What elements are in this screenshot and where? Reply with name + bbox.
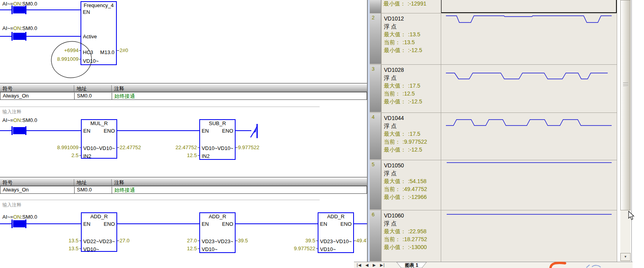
orange-marker-annotation	[549, 261, 573, 268]
pin-in1-out: VD10~VD10~	[83, 145, 115, 151]
trend-row-info[interactable]: VD1028 浮点 最大值：:17.5 当前：:12.5 最小值：:-12.5	[381, 64, 441, 112]
tick	[117, 147, 119, 148]
sub-r-block[interactable]: SUB_R EN ENO VD10~VD10~ IN2	[199, 119, 236, 160]
pin-in1-out: VD10~VD10~	[202, 145, 233, 151]
wire	[26, 130, 81, 131]
operand-value: 13.5	[47, 246, 79, 251]
contact-energized-fill[interactable]	[13, 127, 25, 134]
operand-value: 49.47752	[356, 238, 367, 244]
tick	[198, 155, 199, 156]
trend-row-number[interactable]: 2	[370, 13, 381, 64]
contact-energized-fill[interactable]	[13, 220, 25, 227]
pin-in2: VD10~	[202, 246, 217, 252]
add-r-block-1[interactable]: ADD_R EN ENO VD22~VD23~ VD10~	[81, 212, 117, 252]
contact-bar	[11, 219, 13, 228]
contact-bar	[11, 6, 13, 14]
hand-drawn-circle-annotation	[51, 40, 95, 80]
trend-row-info[interactable]: VD1060 浮点 最大值：:22.958 当前：:18.27752 最小值：:…	[381, 210, 441, 261]
trend-current-line: 当前：:18.27752	[384, 236, 427, 243]
add-r-block-3[interactable]: ADD_R EN ENO VD23~VD10~ VD10~	[318, 212, 354, 253]
trend-current-line: 当前：:13.5	[384, 39, 415, 46]
pin-en: EN	[83, 9, 90, 15]
tick	[79, 155, 81, 156]
wire	[117, 223, 199, 224]
next-tab-button[interactable]: ▶	[373, 263, 376, 267]
wire	[236, 223, 318, 224]
pin-eno: ENO	[341, 221, 352, 227]
trend-row-info[interactable]: VD1012 浮点 最大值：:13.5 当前：:13.5 最小值：:-12.5	[381, 13, 441, 64]
input-comment-label: 输入注释	[2, 202, 21, 208]
operand-value: 13.5	[47, 238, 79, 244]
block-title: Frequency_4	[81, 2, 116, 8]
trend-chart-panel: 最小值：:-12991 2 VD1012 浮点 最大值：:13.5 当前：:13…	[370, 0, 633, 268]
scrollbar-grip-icon	[623, 82, 628, 83]
wire	[354, 223, 367, 224]
contact-energized-fill[interactable]	[13, 33, 25, 40]
trend-variable-name: VD1044	[384, 115, 404, 121]
grid-line	[370, 13, 617, 13]
trend-current-line: 当前：:49.47752	[384, 186, 427, 193]
trend-variable-type: 浮点	[384, 170, 398, 177]
block-title: MUL_R	[82, 120, 116, 126]
trend-row-min-line: 最小值：:-12991	[384, 0, 426, 7]
trend-current-line: 当前：:9.977522	[384, 139, 427, 146]
trend-row-info[interactable]: VD1050 浮点 最大值：:54.158 当前：:49.47752 最小值：:…	[381, 160, 441, 210]
trend-max-line: 最大值：:13.5	[384, 31, 420, 38]
trend-current-line: 当前：:12.5	[384, 90, 415, 97]
trend-variable-type: 浮点	[384, 123, 398, 130]
tick	[198, 147, 199, 148]
operand-value: 27.0	[120, 238, 129, 244]
contact-operand-label: AI~=ON:SM0.0	[2, 214, 37, 220]
symbol-table-row: Always_On SM0.0 始终接通	[0, 186, 367, 194]
down-arrow-icon: ▼	[624, 255, 627, 259]
pin-in1-out: VD23~VD10~	[320, 238, 352, 244]
wire	[26, 9, 80, 10]
pin-in1-out: VD22~VD23~	[83, 238, 115, 244]
tick	[79, 248, 81, 249]
tick	[236, 240, 238, 241]
wire	[0, 223, 11, 224]
symbol-table-header-cell: 注释	[112, 179, 367, 186]
trend-min-line: 最小值：:-12.5	[384, 47, 422, 54]
trend-max-line: 最大值：:54.158	[384, 178, 427, 185]
trend-row-number[interactable]: 4	[370, 112, 381, 159]
operand-value: 22.47752	[165, 144, 197, 150]
pin-en: EN	[202, 128, 209, 134]
symbol-table-row: Always_On SM0.0 始终接通	[0, 92, 367, 100]
contact-bar	[11, 126, 13, 135]
address-cell: SM0.0	[75, 93, 112, 99]
ladder-editor-pane[interactable]: AI~=ON:SM0.0 AI~=ON:SM0.0 Frequency_4 EN…	[0, 0, 367, 268]
contact-operand-label: AI~=ON:SM0.0	[2, 117, 37, 123]
first-tab-button[interactable]: |◀	[357, 263, 361, 267]
chart-sheet-tab[interactable]: 图表 1	[396, 262, 427, 268]
trend-max-line: 最大值：:17.5	[384, 131, 420, 138]
tick	[117, 50, 119, 51]
pin-eno: ENO	[104, 128, 115, 134]
grid-line	[381, 0, 382, 262]
network-separator	[0, 83, 367, 84]
rung-continuation-arrow-icon	[250, 123, 260, 139]
prev-tab-button[interactable]: ◀	[365, 263, 369, 267]
trend-row-number[interactable]	[370, 0, 381, 13]
tick	[316, 248, 318, 249]
selected-cell-border[interactable]	[441, 0, 617, 13]
pin-en: EN	[83, 128, 90, 134]
wire	[0, 36, 11, 37]
last-tab-button[interactable]: ▶|	[380, 263, 385, 267]
vertical-scrollbar-thumb[interactable]	[620, 0, 631, 210]
operand-value: 27.0	[165, 238, 197, 244]
symbol-table-header-cell: 注释	[112, 85, 367, 92]
trend-row-number[interactable]: 6	[370, 210, 381, 261]
scrollbar-grip-icon	[623, 84, 628, 85]
scroll-down-button[interactable]: ▼	[620, 253, 631, 261]
tab-navigation: |◀ ◀ ▶ ▶|	[356, 263, 386, 267]
trend-row-number[interactable]: 5	[370, 160, 381, 210]
window-border	[631, 0, 632, 268]
trend-row-number[interactable]: 3	[370, 64, 381, 112]
add-r-block-2[interactable]: ADD_R EN ENO VD23~VD23~ VD10~	[199, 212, 236, 253]
trend-row-info[interactable]: VD1044 浮点 最大值：:17.5 当前：:9.977522 最小值：:-1…	[381, 112, 441, 159]
contact-energized-fill[interactable]	[13, 6, 25, 13]
trend-variable-type: 浮点	[384, 220, 398, 227]
mul-r-block[interactable]: MUL_R EN ENO VD10~VD10~ IN2	[81, 119, 117, 159]
symbol-table-header-cell: 地址	[74, 179, 112, 186]
